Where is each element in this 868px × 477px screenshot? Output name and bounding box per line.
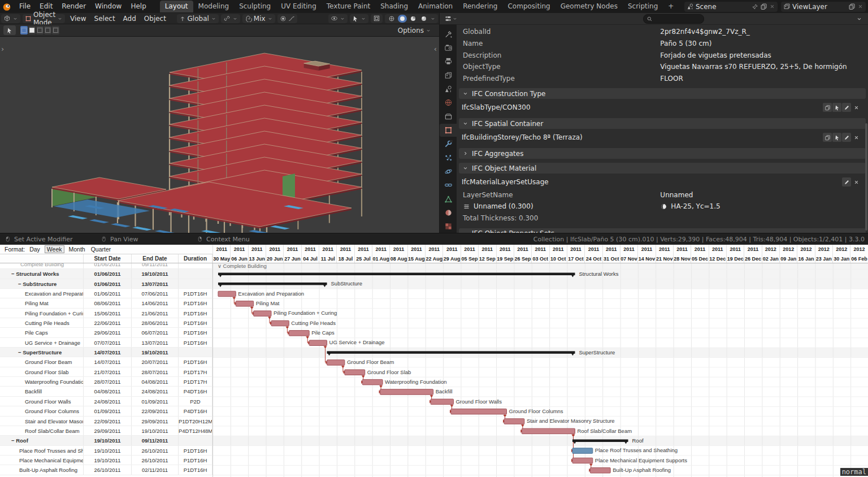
material-usage-item[interactable]: IfcMaterialLayerSetUsage bbox=[457, 175, 868, 189]
gantt-row[interactable]: Place Roof Trusses and Sheathing19/10/20… bbox=[0, 446, 212, 456]
properties-tab-viewlayer[interactable] bbox=[440, 69, 457, 81]
format-mode-month[interactable]: Month bbox=[68, 246, 86, 253]
chevron-down-icon[interactable] bbox=[452, 16, 458, 21]
pin-icon[interactable] bbox=[752, 3, 758, 10]
column-header-duration[interactable]: Duration bbox=[179, 254, 212, 263]
properties-tab-object[interactable] bbox=[440, 124, 457, 136]
pencil-button[interactable] bbox=[842, 177, 851, 187]
close-button[interactable] bbox=[852, 177, 861, 187]
select-mode-extend[interactable] bbox=[28, 26, 36, 34]
3d-viewport[interactable]: › ‹ bbox=[0, 37, 439, 233]
properties-tab-scene[interactable] bbox=[440, 83, 457, 95]
section-header-ifc-object-property-sets[interactable]: IFC Object Property Sets bbox=[459, 228, 866, 233]
gizmo-dropdown[interactable] bbox=[350, 14, 368, 23]
viewport-menu-object[interactable]: Object bbox=[140, 15, 170, 23]
shading-wireframe-button[interactable] bbox=[387, 15, 396, 23]
close-button[interactable] bbox=[852, 103, 861, 112]
pencil-button[interactable] bbox=[842, 133, 851, 142]
gantt-bar[interactable] bbox=[431, 399, 453, 405]
properties-tab-physics[interactable] bbox=[440, 165, 457, 177]
gantt-row[interactable]: − Structural Works01/06/201119/10/2011 bbox=[0, 269, 212, 279]
properties-tab-particles[interactable] bbox=[440, 151, 457, 164]
snap-toggle[interactable] bbox=[221, 14, 240, 23]
gantt-bar[interactable] bbox=[504, 419, 524, 424]
close-icon[interactable] bbox=[857, 3, 863, 10]
workspace-tab-modeling[interactable]: Modeling bbox=[193, 1, 235, 12]
gantt-row[interactable]: − SuperStructure14/07/201119/10/2011 bbox=[0, 348, 212, 357]
workspace-tab-layout[interactable]: Layout bbox=[160, 1, 193, 12]
close-icon[interactable] bbox=[857, 3, 863, 10]
properties-editor-icon[interactable] bbox=[444, 15, 452, 23]
workspace-tab-sculpting[interactable]: Sculpting bbox=[234, 1, 276, 12]
workspace-tab-animation[interactable]: Animation bbox=[413, 1, 458, 12]
cursor-button[interactable] bbox=[832, 103, 841, 112]
construction-type-item[interactable]: IfcSlabType/CON300 bbox=[457, 101, 868, 114]
gantt-bar[interactable] bbox=[572, 448, 593, 454]
spatial-container-item[interactable]: IfcBuildingStorey/Techo 8ª (Terraza) bbox=[457, 131, 868, 144]
gantt-row[interactable]: Ground Floor Walls24/08/201101/09/2011P2… bbox=[0, 397, 212, 406]
properties-tab-render[interactable] bbox=[440, 41, 457, 54]
properties-tab-material[interactable] bbox=[440, 206, 457, 219]
scene-selector[interactable]: Scene bbox=[684, 2, 778, 12]
sidebar-expand-icon[interactable]: ‹ bbox=[434, 45, 437, 53]
visibility-dropdown[interactable] bbox=[328, 14, 348, 23]
3d-viewport-canvas[interactable] bbox=[0, 37, 439, 233]
gantt-row[interactable]: Ground Floor Beam14/07/201120/07/2011P1D… bbox=[0, 357, 212, 367]
blender-logo-icon[interactable] bbox=[0, 0, 14, 13]
properties-editor-icon[interactable] bbox=[444, 15, 452, 23]
chevron-down-icon[interactable] bbox=[856, 16, 862, 22]
gantt-row[interactable]: − Roof19/10/201109/11/2011 bbox=[0, 436, 212, 445]
section-header-ifc-aggregates[interactable]: IFC Aggregates bbox=[459, 148, 866, 159]
material-layer-cell[interactable]: Unnamed (0.300) bbox=[457, 202, 660, 210]
properties-tab-modifiers[interactable] bbox=[440, 138, 457, 150]
select-mode-intersect[interactable] bbox=[52, 26, 59, 34]
properties-tab-data[interactable] bbox=[440, 193, 457, 205]
gantt-bar[interactable] bbox=[380, 389, 433, 395]
column-header-start[interactable]: Start Date bbox=[84, 254, 132, 263]
search-input[interactable] bbox=[654, 15, 696, 23]
viewport-menu-add[interactable]: Add bbox=[119, 15, 140, 23]
gantt-row[interactable]: Stair and Elevator Masonry St...22/09/20… bbox=[0, 417, 212, 426]
gantt-row[interactable]: Complete Building01/06/201109/11/2011 bbox=[0, 263, 212, 269]
viewport-menu-view[interactable]: View bbox=[66, 15, 90, 23]
duplicate-icon[interactable] bbox=[760, 3, 767, 10]
pin-icon[interactable] bbox=[752, 3, 758, 10]
options-dropdown[interactable]: Options bbox=[398, 27, 431, 34]
menu-window[interactable]: Window bbox=[90, 0, 126, 13]
select-mode-invert[interactable] bbox=[44, 26, 51, 34]
gantt-bar[interactable] bbox=[345, 370, 365, 375]
column-header-end[interactable]: End Date bbox=[132, 254, 179, 263]
shading-rendered-button[interactable] bbox=[419, 15, 428, 23]
duplicate-icon[interactable] bbox=[848, 3, 856, 10]
workspace-tab-rendering[interactable]: Rendering bbox=[458, 1, 502, 12]
select-mode-set[interactable] bbox=[20, 26, 28, 34]
gantt-row[interactable]: − SubStructure01/06/201113/07/2011 bbox=[0, 279, 212, 289]
gantt-chart-canvas[interactable]: ∨ Complete BuildingStructural WorksSubSt… bbox=[213, 263, 868, 477]
workspace-tab-compositing[interactable]: Compositing bbox=[502, 1, 555, 12]
workspace-tab-texture-paint[interactable]: Texture Paint bbox=[322, 1, 375, 12]
gantt-row[interactable]: UG Service + Drainage07/07/201113/07/201… bbox=[0, 338, 212, 348]
orientation-selector[interactable]: Global bbox=[177, 14, 219, 23]
gantt-bar[interactable] bbox=[362, 379, 383, 385]
properties-tab-constraints[interactable] bbox=[440, 179, 457, 192]
gantt-row[interactable]: Built-Up Asphalt Roofing26/10/201102/11/… bbox=[0, 465, 212, 475]
chevron-down-icon[interactable] bbox=[856, 16, 862, 22]
scrollbar[interactable] bbox=[865, 123, 867, 231]
duplicate-icon[interactable] bbox=[848, 3, 856, 10]
gantt-bar[interactable] bbox=[254, 311, 271, 316]
overlays-toggle[interactable] bbox=[371, 14, 383, 23]
gantt-bar[interactable] bbox=[218, 291, 236, 297]
gantt-row[interactable]: Place Mechanical Equipment Su...19/10/20… bbox=[0, 456, 212, 465]
close-icon[interactable] bbox=[769, 3, 775, 10]
format-mode-quarter[interactable]: Quarter bbox=[90, 246, 112, 253]
gantt-row[interactable]: Waterproofing Foundation28/07/201104/08/… bbox=[0, 377, 212, 387]
viewlayer-selector[interactable]: ViewLayer bbox=[781, 2, 866, 12]
shading-solid-button[interactable] bbox=[398, 15, 407, 23]
duplicate-icon[interactable] bbox=[760, 3, 767, 10]
gantt-row[interactable]: Backfill04/08/201124/08/2011P4DT16H bbox=[0, 387, 212, 396]
add-workspace-button[interactable]: + bbox=[663, 1, 679, 12]
gantt-bar[interactable] bbox=[451, 409, 507, 414]
gantt-row[interactable]: Ground Floor Slab21/07/201128/07/2011P1D… bbox=[0, 367, 212, 377]
shading-material-button[interactable] bbox=[409, 15, 418, 23]
viewport-menu-select[interactable]: Select bbox=[90, 15, 119, 23]
